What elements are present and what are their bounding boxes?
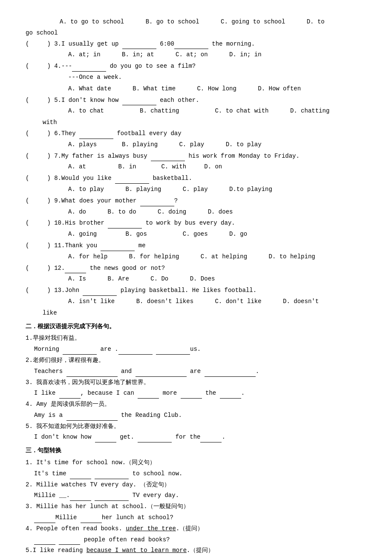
q4-sub: ---Once a week. xyxy=(26,72,366,83)
q4-text: --- do you go to see a film? xyxy=(61,61,366,72)
q6-bracket: ( ) 6. xyxy=(26,129,61,139)
q9-bracket: ( ) 9. xyxy=(26,196,61,206)
q13-bracket: ( ) 13. xyxy=(26,286,65,296)
section2-item1: 1.早操对我们有益。 Morning are . us. xyxy=(26,333,366,355)
q8-bracket: ( ) 8. xyxy=(26,173,61,184)
s3-item2-en: Millie __. TV every day. xyxy=(26,491,366,501)
s3-item4-instruction: 4. People often read books. under the tr… xyxy=(26,524,366,534)
section3-title: 三．句型转换 xyxy=(26,446,366,456)
q11-text: Thank you me xyxy=(65,241,366,251)
q10-options: A. going B. gos C. goes D. go xyxy=(26,229,366,240)
section3-item5: 5.I like reading because I want to learn… xyxy=(26,546,366,555)
intro-options-line2: go school xyxy=(26,28,366,38)
q11-options: A. for help B. for helping C. at helping… xyxy=(26,252,366,262)
question-7: ( ) 7. My father is always busy his work… xyxy=(26,151,366,162)
q11-bracket: ( ) 11. xyxy=(26,241,65,251)
q12-text: the news good or not? xyxy=(65,263,366,274)
q3-text: I usually get up 6:00 the morning. xyxy=(61,39,366,49)
q4-bracket: ( ) 4. xyxy=(26,61,61,72)
q13-options-line2: like xyxy=(26,308,366,318)
s2-item2-num: 2.老师们很好，课程很有趣。 xyxy=(26,356,366,366)
q5-text: I don't know how each other. xyxy=(61,95,366,106)
q6-options: A. plays B. playing C. play D. to play xyxy=(26,140,366,150)
q9-text: What does your mother ? xyxy=(61,196,366,206)
q6-text: They football every day xyxy=(61,129,366,139)
s3-item4-en: people often read books? xyxy=(26,535,366,545)
s2-item3-en: I like , because I can more the . xyxy=(26,388,366,399)
section2-item4: 4. Amy 是阅读俱乐部的一员。 Amy is a the Reading C… xyxy=(26,399,366,421)
q12-options: A. Is B. Are C. Do D. Does xyxy=(26,274,366,284)
question-3: ( ) 3. I usually get up 6:00 the morning… xyxy=(26,39,366,49)
s3-item2-instruction: 2. Millie watches TV every day. （否定句） xyxy=(26,480,366,490)
q7-text: My father is always busy his work from M… xyxy=(61,151,366,162)
question-5: ( ) 5. I don't know how each other. xyxy=(26,95,366,106)
s2-item2-en: Teachers and are . xyxy=(26,367,366,377)
question-4: ( ) 4. --- do you go to see a film? xyxy=(26,61,366,72)
section3-item1: 1. It's time for school now.（同义句） It's t… xyxy=(26,458,366,479)
q7-bracket: ( ) 7. xyxy=(26,151,61,162)
s3-item3-en: Millie her lunch at school? xyxy=(26,513,366,523)
question-13: ( ) 13. John playing basketball. He like… xyxy=(26,286,366,296)
s2-item1-en: Morning are . us. xyxy=(26,344,366,355)
s3-item1-instruction: 1. It's time for school now.（同义句） xyxy=(26,458,366,468)
s2-item4-en: Amy is a the Reading Club. xyxy=(26,410,366,421)
q10-text: His brother to work by bus every day. xyxy=(65,218,366,228)
q5-bracket: ( ) 5. xyxy=(26,95,61,106)
s2-item4-num: 4. Amy 是阅读俱乐部的一员。 xyxy=(26,399,366,410)
section2-title: 二．根据汉语提示完成下列各句。 xyxy=(26,322,366,332)
s2-item3-num: 3. 我喜欢读书，因为我可以更多地了解世界。 xyxy=(26,378,366,388)
question-11: ( ) 11. Thank you me xyxy=(26,241,366,251)
section2-item5: 5. 我不知道如何为比赛做好准备。 I don't know how get. … xyxy=(26,422,366,443)
section2-item2: 2.老师们很好，课程很有趣。 Teachers and are . xyxy=(26,356,366,377)
main-content: A. to go to school B. go to school C. go… xyxy=(26,17,366,555)
s3-item5-instruction: 5.I like reading because I want to learn… xyxy=(26,546,366,555)
question-6: ( ) 6. They football every day xyxy=(26,129,366,139)
q3-bracket: ( ) 3. xyxy=(26,39,61,49)
q13-options-line1: A. isn't like B. doesn't likes C. don't … xyxy=(26,297,366,307)
section3-item2: 2. Millie watches TV every day. （否定句） Mi… xyxy=(26,480,366,501)
q4-options: A. What date B. What time C. How long D.… xyxy=(26,84,366,94)
question-12: ( ) 12. the news good or not? xyxy=(26,263,366,274)
s2-item1-num: 1.早操对我们有益。 xyxy=(26,333,366,344)
q7-options: A. at B. in C. with D. on xyxy=(26,162,366,172)
q8-options: A. to play B. playing C. play D.to playi… xyxy=(26,185,366,195)
s2-item5-en: I don't know how get. for the. xyxy=(26,432,366,442)
q5-options-line1: A. to chat B. chatting C. to chat with D… xyxy=(26,106,366,116)
s2-item5-num: 5. 我不知道如何为比赛做好准备。 xyxy=(26,422,366,432)
s3-item1-en: It's time to school now. xyxy=(26,469,366,479)
question-9: ( ) 9. What does your mother ? xyxy=(26,196,366,206)
q3-options: A. at; in B. in; at C. at; on D. in; in xyxy=(26,50,366,60)
q12-bracket: ( ) 12. xyxy=(26,263,65,274)
q9-options: A. do B. to do C. doing D. does xyxy=(26,207,366,217)
s3-item3-instruction: 3. Millie has her lunch at school.（一般疑问句… xyxy=(26,502,366,512)
question-10: ( ) 10. His brother to work by bus every… xyxy=(26,218,366,228)
section2-item3: 3. 我喜欢读书，因为我可以更多地了解世界。 I like , because … xyxy=(26,378,366,399)
q5-options-line2: with xyxy=(26,118,366,128)
question-8: ( ) 8. Would you like basketball. xyxy=(26,173,366,184)
section3-item3: 3. Millie has her lunch at school.（一般疑问句… xyxy=(26,502,366,523)
q13-text: John playing basketball. He likes footba… xyxy=(65,286,366,296)
section3-item4: 4. People often read books. under the tr… xyxy=(26,524,366,545)
q8-text: Would you like basketball. xyxy=(61,173,366,184)
q10-bracket: ( ) 10. xyxy=(26,218,65,228)
intro-options-line1: A. to go to school B. go to school C. go… xyxy=(26,17,366,27)
